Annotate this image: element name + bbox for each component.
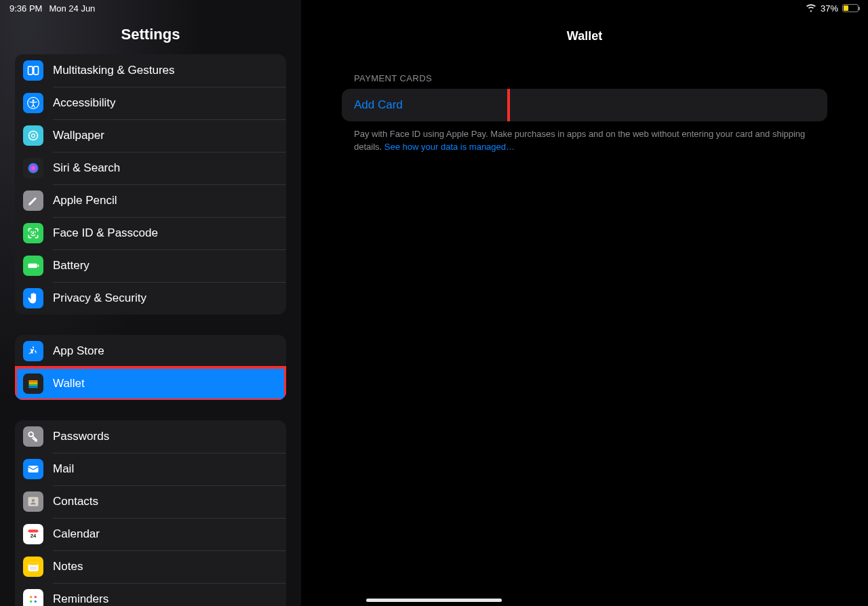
svg-point-27 [30, 601, 32, 603]
key-icon [23, 426, 43, 447]
reminders-icon [23, 589, 43, 606]
svg-point-16 [32, 499, 35, 502]
hand-icon [23, 288, 43, 308]
svg-point-26 [35, 596, 37, 598]
settings-group: PasswordsMailContacts24CalendarNotesRemi… [15, 420, 286, 606]
svg-point-25 [30, 596, 32, 598]
sidebar-item-reminders[interactable]: Reminders [15, 583, 286, 606]
siri-icon [23, 158, 43, 178]
calendar-icon: 24 [23, 524, 43, 544]
svg-rect-12 [28, 386, 37, 388]
settings-sidebar: Settings Multitasking & GesturesAccessib… [0, 0, 301, 606]
battery-percent: 37% [821, 3, 838, 14]
faceid-icon [23, 223, 43, 243]
multitask-icon [23, 60, 43, 81]
sidebar-item-appstore[interactable]: App Store [15, 335, 286, 367]
row-add-card[interactable]: Add Card [342, 89, 827, 121]
sidebar-item-pencil[interactable]: Apple Pencil [15, 184, 286, 217]
status-time: 9:36 PM [9, 3, 42, 14]
mail-icon [23, 459, 43, 479]
sidebar-item-label: Wallet [53, 377, 85, 390]
svg-rect-18 [28, 529, 39, 532]
payment-cards-group: Add Card [342, 89, 827, 121]
sidebar-item-label: Notes [53, 560, 83, 573]
section-header-payment-cards: PAYMENT CARDS [342, 73, 827, 83]
data-managed-link[interactable]: See how your data is managed… [384, 142, 515, 152]
status-date: Mon 24 Jun [49, 3, 95, 14]
settings-group: App StoreWallet [15, 335, 286, 400]
sidebar-item-label: Accessibility [53, 96, 116, 110]
sidebar-item-passwords[interactable]: Passwords [15, 420, 286, 453]
svg-rect-9 [28, 380, 37, 382]
svg-rect-14 [28, 466, 39, 472]
sidebar-item-wallpaper[interactable]: Wallpaper [15, 119, 286, 152]
sidebar-item-label: App Store [53, 344, 104, 358]
sidebar-item-accessibility[interactable]: Accessibility [15, 87, 286, 119]
sidebar-item-label: Privacy & Security [53, 291, 146, 305]
sidebar-item-privacy[interactable]: Privacy & Security [15, 282, 286, 315]
status-bar: 9:36 PM Mon 24 Jun 37% [0, 0, 868, 16]
svg-rect-1 [34, 66, 39, 75]
svg-point-5 [32, 134, 35, 138]
sidebar-item-calendar[interactable]: 24Calendar [15, 518, 286, 550]
svg-point-28 [35, 601, 37, 603]
sidebar-item-label: Battery [53, 259, 90, 272]
wallpaper-icon [23, 125, 43, 146]
settings-group: Multitasking & GesturesAccessibilityWall… [15, 54, 286, 315]
payment-cards-footer: Pay with Face ID using Apple Pay. Make p… [342, 121, 827, 154]
sidebar-item-label: Reminders [53, 592, 108, 606]
sidebar-item-label: Passwords [53, 430, 109, 443]
svg-rect-21 [28, 562, 39, 565]
battery-icon [23, 256, 43, 276]
wallet-detail-pane: Wallet PAYMENT CARDS Add Card Pay with F… [301, 0, 868, 606]
wallet-icon [23, 373, 43, 394]
svg-rect-10 [28, 382, 37, 384]
sidebar-item-faceid[interactable]: Face ID & Passcode [15, 217, 286, 249]
sidebar-item-label: Multitasking & Gestures [53, 64, 175, 77]
sidebar-item-label: Wallpaper [53, 129, 104, 142]
sidebar-item-label: Face ID & Passcode [53, 226, 158, 240]
accessibility-icon [23, 93, 43, 113]
sidebar-item-multitasking[interactable]: Multitasking & Gestures [15, 54, 286, 87]
svg-rect-7 [28, 264, 37, 268]
sidebar-item-notes[interactable]: Notes [15, 550, 286, 583]
wifi-icon [806, 2, 816, 15]
pencil-icon [23, 190, 43, 211]
svg-rect-11 [28, 384, 37, 386]
svg-text:24: 24 [31, 533, 37, 539]
sidebar-item-wallet[interactable]: Wallet [15, 367, 286, 400]
svg-point-6 [28, 163, 39, 174]
sidebar-item-label: Mail [53, 462, 74, 476]
svg-rect-8 [38, 264, 39, 266]
home-indicator[interactable] [366, 599, 502, 602]
svg-point-3 [33, 100, 35, 102]
sidebar-item-label: Siri & Search [53, 161, 120, 175]
appstore-icon [23, 341, 43, 361]
contacts-icon [23, 491, 43, 512]
sidebar-item-contacts[interactable]: Contacts [15, 485, 286, 518]
sidebar-item-label: Contacts [53, 495, 98, 508]
battery-icon [842, 4, 859, 12]
sidebar-item-label: Apple Pencil [53, 194, 117, 207]
sidebar-item-battery[interactable]: Battery [15, 249, 286, 282]
sidebar-item-mail[interactable]: Mail [15, 453, 286, 485]
svg-rect-0 [28, 66, 33, 75]
notes-icon [23, 557, 43, 577]
row-label: Add Card [354, 98, 403, 112]
svg-rect-24 [28, 594, 39, 605]
sidebar-item-label: Calendar [53, 527, 100, 541]
sidebar-item-siri[interactable]: Siri & Search [15, 152, 286, 184]
